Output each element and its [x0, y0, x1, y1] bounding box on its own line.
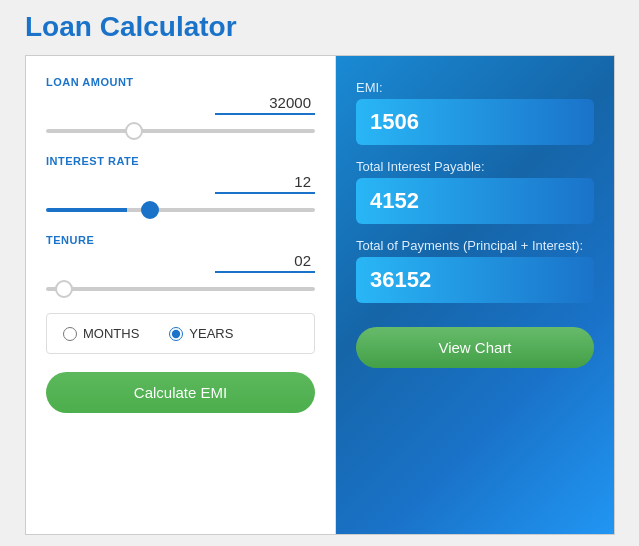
view-chart-button[interactable]: View Chart	[356, 327, 594, 368]
interest-rate-input[interactable]	[215, 171, 315, 194]
total-payments-value: 36152	[356, 257, 594, 303]
tenure-input[interactable]	[215, 250, 315, 273]
left-panel: LOAN AMOUNT INTEREST RATE TENURE	[26, 56, 336, 534]
months-label: MONTHS	[83, 326, 139, 341]
years-radio[interactable]	[169, 327, 183, 341]
total-payments-block: Total of Payments (Principal + Interest)…	[356, 238, 594, 303]
interest-rate-label: INTEREST RATE	[46, 155, 315, 167]
total-interest-label: Total Interest Payable:	[356, 159, 594, 174]
years-radio-label[interactable]: YEARS	[169, 326, 233, 341]
total-payments-label: Total of Payments (Principal + Interest)…	[356, 238, 594, 253]
interest-rate-slider[interactable]	[46, 208, 315, 212]
loan-amount-label: LOAN AMOUNT	[46, 76, 315, 88]
right-panel: EMI: 1506 Total Interest Payable: 4152 T…	[336, 56, 614, 534]
months-radio-label[interactable]: MONTHS	[63, 326, 139, 341]
loan-amount-slider[interactable]	[46, 129, 315, 133]
page-title: Loan Calculator	[25, 11, 614, 43]
total-interest-block: Total Interest Payable: 4152	[356, 159, 594, 224]
years-label: YEARS	[189, 326, 233, 341]
tenure-type-box: MONTHS YEARS	[46, 313, 315, 354]
tenure-slider[interactable]	[46, 287, 315, 291]
total-interest-value: 4152	[356, 178, 594, 224]
calculate-emi-button[interactable]: Calculate EMI	[46, 372, 315, 413]
months-radio[interactable]	[63, 327, 77, 341]
tenure-label: TENURE	[46, 234, 315, 246]
loan-amount-input[interactable]	[215, 92, 315, 115]
emi-block: EMI: 1506	[356, 80, 594, 145]
emi-value: 1506	[356, 99, 594, 145]
emi-label: EMI:	[356, 80, 594, 95]
